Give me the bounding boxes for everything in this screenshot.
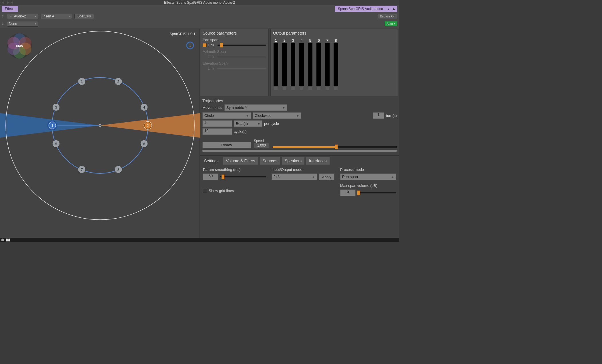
- preset-chip[interactable]: SpatGris: [74, 14, 94, 19]
- play-icon[interactable]: ▶: [391, 6, 397, 12]
- caret-down-icon: ▾: [35, 22, 36, 25]
- speaker-node-1[interactable]: 1: [78, 78, 85, 85]
- tab-interfaces[interactable]: Interfaces: [306, 157, 329, 165]
- speaker-node-2[interactable]: 2: [115, 78, 122, 85]
- insert-select[interactable]: Insert A ▾: [41, 14, 72, 19]
- ready-button[interactable]: Ready: [202, 142, 251, 148]
- output-meter-2: 2: [282, 38, 287, 90]
- speaker-node-5[interactable]: 5: [52, 140, 60, 147]
- footer: [0, 238, 399, 242]
- caret-down-icon: ▾: [69, 15, 70, 18]
- beats-input[interactable]: 4: [202, 120, 232, 127]
- svg-text:5: 5: [55, 142, 57, 146]
- param-smoothing-slider[interactable]: [220, 176, 266, 177]
- effects-button[interactable]: Effects: [2, 6, 18, 12]
- direction-select[interactable]: Clockwise◂▸: [253, 112, 301, 119]
- slider-thumb[interactable]: [335, 145, 338, 149]
- max-span-slider[interactable]: [357, 192, 396, 193]
- svg-text:1: 1: [51, 123, 53, 128]
- beats-unit-select[interactable]: Beat(s)◂▸: [234, 120, 262, 127]
- source-1-handle[interactable]: 1: [48, 121, 57, 130]
- azimuth-span-group: Azimuth Span Link: [200, 49, 268, 61]
- cycles-label: cycle(s): [234, 129, 247, 134]
- speaker-node-8[interactable]: 8: [115, 166, 122, 173]
- caret-down-icon[interactable]: ▾: [386, 6, 391, 12]
- show-grid-checkbox[interactable]: [203, 189, 207, 193]
- trajectories-panel: Trajectories Movements: Symmetric Y◂▸ Ci…: [200, 96, 399, 156]
- slider-thumb[interactable]: [222, 175, 224, 179]
- gris-logo: GRIS: [7, 33, 32, 59]
- slider-thumb[interactable]: [220, 43, 223, 47]
- selector-rows: ▲▼ Audio-2 ▾ Insert A ▾ SpatGris Bypass …: [0, 13, 399, 29]
- shape-select[interactable]: Circle◂▸: [202, 112, 251, 119]
- spatial-canvas[interactable]: 1 2 3 4 5 6 7 8 1 2 1: [0, 29, 200, 232]
- speed-label: Speed: [254, 139, 269, 143]
- mute-toggle[interactable]: [274, 87, 278, 90]
- output-meters: 1 2 3 4 5 6 7 8: [271, 37, 398, 90]
- piano-icon[interactable]: [6, 238, 10, 242]
- azimuth-span-slider: [218, 56, 266, 57]
- speed-value[interactable]: 1.000: [254, 143, 269, 148]
- output-meter-5: 5: [307, 38, 313, 90]
- speed-slider[interactable]: [273, 146, 397, 148]
- mute-toggle[interactable]: [308, 87, 312, 90]
- mute-toggle[interactable]: [334, 87, 338, 90]
- top-panels-row: Source parameters Pan span Link Azimuth …: [200, 29, 399, 96]
- speaker-node-6[interactable]: 6: [140, 140, 148, 147]
- svg-text:2: 2: [117, 79, 119, 84]
- audio-track-select[interactable]: Audio-2 ▾: [7, 14, 38, 19]
- apply-button[interactable]: Apply: [319, 173, 334, 180]
- stepper-icon[interactable]: ▲▼: [2, 22, 5, 26]
- elevation-span-group: Elevation Span Link: [200, 61, 268, 72]
- mute-toggle[interactable]: [326, 87, 329, 90]
- io-mode-select[interactable]: 2x8◂▸: [272, 173, 317, 180]
- tab-sources[interactable]: Sources: [260, 157, 280, 165]
- output-meter-4: 4: [299, 38, 304, 90]
- select-caret-icon: ◂▸: [310, 175, 315, 178]
- auto-chip[interactable]: Auto ▾: [384, 21, 397, 26]
- plugin-selector[interactable]: Spans SpatGRIS Audio mono ▾ ▶: [335, 6, 397, 12]
- window-title: Effects: Spans SpatGRIS Audio mono: Audi…: [0, 1, 399, 5]
- tab-volume-filters[interactable]: Volume & Filters: [223, 157, 258, 165]
- speaker-node-7[interactable]: 7: [78, 166, 85, 173]
- bypass-toggle[interactable]: Bypass Off: [378, 14, 397, 19]
- cycles-input[interactable]: 10: [202, 128, 232, 135]
- movements-select[interactable]: Symmetric Y◂▸: [224, 104, 287, 111]
- speaker-node-3[interactable]: 3: [52, 103, 60, 111]
- output-meter-3: 3: [290, 38, 296, 90]
- svg-rect-37: [9, 239, 9, 240]
- tab-settings[interactable]: Settings: [201, 157, 222, 165]
- pan-span-slider[interactable]: [218, 45, 266, 46]
- turns-input[interactable]: 1: [373, 112, 384, 119]
- caret-down-icon: ▾: [35, 15, 36, 18]
- speaker-node-4[interactable]: 4: [140, 103, 148, 111]
- horizontal-scrollbar[interactable]: [202, 150, 397, 152]
- svg-text:1: 1: [189, 43, 191, 48]
- mute-toggle[interactable]: [291, 87, 295, 90]
- plugin-selector-label: Spans SpatGRIS Audio mono: [335, 6, 386, 12]
- select-caret-icon: ◂▸: [390, 175, 394, 178]
- slider-thumb[interactable]: [357, 191, 360, 195]
- param-smoothing-label: Param smoothing (ms): [203, 167, 266, 172]
- stepper-icon[interactable]: ▲▼: [2, 14, 5, 18]
- process-mode-select[interactable]: Pan span◂▸: [340, 173, 396, 180]
- turns-label: turn(s): [386, 113, 397, 118]
- mute-toggle[interactable]: [300, 87, 303, 90]
- none-select[interactable]: None ▾: [7, 21, 38, 27]
- source-parameters-header: Source parameters: [200, 29, 268, 37]
- speed-block: Speed 1.000: [254, 139, 269, 148]
- corner-source-indicator[interactable]: 1: [187, 42, 194, 49]
- spatial-display[interactable]: SpatGRIS 1.0.1 1 2 3 4 5 6 7 8: [0, 29, 200, 238]
- output-meter-8: 8: [333, 38, 339, 90]
- waveform-icon: [9, 15, 12, 18]
- svg-text:1: 1: [81, 79, 83, 84]
- mute-toggle[interactable]: [317, 87, 320, 90]
- pan-span-link-checkbox[interactable]: [203, 43, 207, 47]
- mute-toggle[interactable]: [283, 87, 286, 90]
- tab-speakers[interactable]: Speakers: [282, 157, 304, 165]
- select-caret-icon: ◂▸: [281, 106, 285, 109]
- camera-icon[interactable]: [1, 238, 5, 242]
- max-span-input[interactable]: 0: [340, 189, 356, 196]
- param-smoothing-input[interactable]: 50: [203, 173, 218, 180]
- source-2-handle[interactable]: 2: [144, 121, 152, 129]
